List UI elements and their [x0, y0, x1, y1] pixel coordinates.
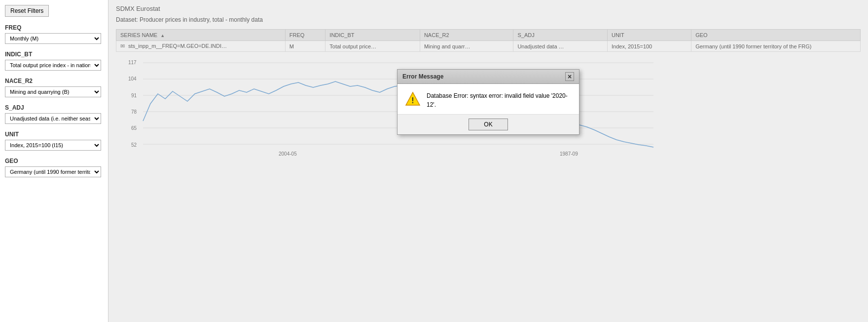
- s-adj-label: S_ADJ: [5, 104, 103, 111]
- indic-bt-filter-group: INDIC_BT Total output price index - in n…: [5, 51, 103, 71]
- dialog-message: Database Error: syntax error: invalid fi…: [427, 91, 572, 109]
- dialog-content: ! Database Error: syntax error: invalid …: [398, 84, 579, 114]
- freq-select[interactable]: Monthly (M): [5, 33, 101, 44]
- s-adj-filter-group: S_ADJ Unadjusted data (i.e. neither seas…: [5, 104, 103, 124]
- indic-bt-select[interactable]: Total output price index - in nation: [5, 60, 101, 71]
- dialog-titlebar: Error Message ×: [398, 70, 579, 84]
- geo-filter-group: GEO Germany (until 1990 former territo…: [5, 158, 103, 177]
- nace-r2-filter-group: NACE_R2 Mining and quarrying (B): [5, 78, 103, 97]
- freq-label: FREQ: [5, 24, 103, 31]
- unit-select[interactable]: Index, 2015=100 (I15): [5, 140, 101, 151]
- unit-label: UNIT: [5, 131, 103, 138]
- reset-filters-button[interactable]: Reset Filters: [5, 5, 49, 17]
- right-panel: SDMX Eurostat Dataset: Producer prices i…: [108, 0, 868, 322]
- ok-button[interactable]: OK: [469, 119, 507, 130]
- dialog-title: Error Message: [402, 73, 443, 80]
- left-panel: Reset Filters FREQ Monthly (M) INDIC_BT …: [0, 0, 108, 322]
- freq-filter-group: FREQ Monthly (M): [5, 24, 103, 44]
- svg-text:!: !: [411, 96, 414, 105]
- indic-bt-label: INDIC_BT: [5, 51, 103, 58]
- dialog-overlay: Error Message × ! Database Error: syntax…: [108, 0, 868, 322]
- nace-r2-select[interactable]: Mining and quarrying (B): [5, 86, 101, 97]
- dialog-close-button[interactable]: ×: [565, 72, 574, 81]
- error-dialog: Error Message × ! Database Error: syntax…: [397, 69, 579, 135]
- unit-filter-group: UNIT Index, 2015=100 (I15): [5, 131, 103, 151]
- warning-icon: !: [405, 91, 421, 107]
- nace-r2-label: NACE_R2: [5, 78, 103, 84]
- geo-select[interactable]: Germany (until 1990 former territo…: [5, 166, 101, 177]
- geo-label: GEO: [5, 158, 103, 164]
- s-adj-select[interactable]: Unadjusted data (i.e. neither seas…: [5, 113, 101, 124]
- dialog-footer: OK: [398, 114, 579, 134]
